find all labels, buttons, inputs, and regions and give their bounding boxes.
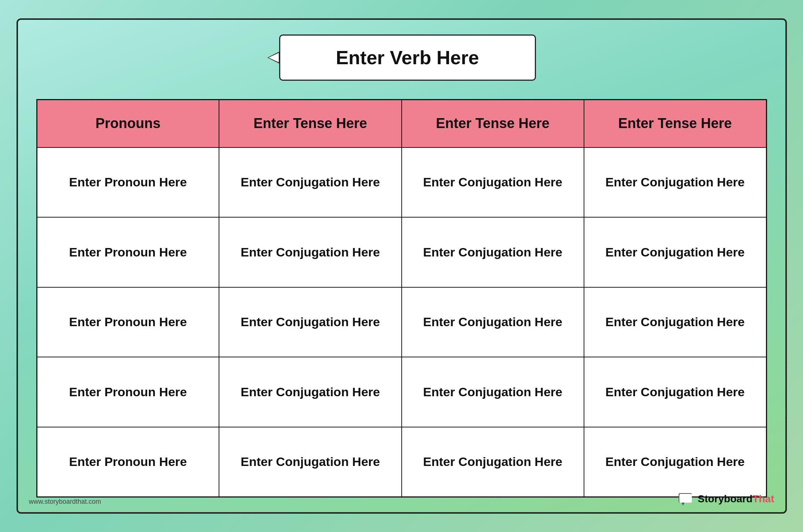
brand-text: StoryboardThat: [698, 493, 774, 505]
table-row[interactable]: Enter Pronoun HereEnter Conjugation Here…: [37, 427, 766, 497]
row-3-conj3[interactable]: Enter Conjugation Here: [584, 357, 766, 427]
speech-tail-inner: [269, 53, 279, 62]
svg-marker-2: [682, 503, 685, 506]
row-4-pronoun[interactable]: Enter Pronoun Here: [37, 427, 219, 497]
row-1-conj3[interactable]: Enter Conjugation Here: [584, 217, 766, 287]
conjugation-table: Pronouns Enter Tense Here Enter Tense He…: [36, 99, 767, 498]
page-container: Enter Verb Here Pronouns Enter Tense Her…: [17, 18, 787, 514]
brand-name-storyboard: Storyboard: [698, 493, 752, 504]
row-3-pronoun[interactable]: Enter Pronoun Here: [37, 357, 219, 427]
row-0-pronoun[interactable]: Enter Pronoun Here: [37, 147, 219, 218]
row-2-conj1[interactable]: Enter Conjugation Here: [219, 287, 401, 357]
verb-box-container: Enter Verb Here: [267, 34, 536, 81]
table-row[interactable]: Enter Pronoun HereEnter Conjugation Here…: [37, 287, 766, 357]
row-4-conj1[interactable]: Enter Conjugation Here: [219, 427, 401, 497]
row-4-conj2[interactable]: Enter Conjugation Here: [402, 427, 584, 497]
row-0-conj1[interactable]: Enter Conjugation Here: [219, 147, 401, 218]
speech-tail-wrapper: [267, 52, 279, 63]
verb-box[interactable]: Enter Verb Here: [279, 34, 536, 81]
header-tense-3: Enter Tense Here: [584, 100, 766, 147]
table-row[interactable]: Enter Pronoun HereEnter Conjugation Here…: [37, 357, 766, 427]
row-1-conj1[interactable]: Enter Conjugation Here: [219, 217, 401, 287]
row-0-conj3[interactable]: Enter Conjugation Here: [584, 147, 766, 218]
table-header-row: Pronouns Enter Tense Here Enter Tense He…: [37, 100, 766, 147]
table-row[interactable]: Enter Pronoun HereEnter Conjugation Here…: [37, 147, 766, 218]
row-2-conj2[interactable]: Enter Conjugation Here: [402, 287, 584, 357]
brand-container: StoryboardThat: [678, 492, 774, 506]
brand-name-that: That: [752, 493, 774, 504]
brand-icon: [678, 492, 694, 506]
header-tense-2: Enter Tense Here: [402, 100, 584, 147]
row-1-conj2[interactable]: Enter Conjugation Here: [402, 217, 584, 287]
row-4-conj3[interactable]: Enter Conjugation Here: [584, 427, 766, 497]
footer-website: www.storyboardthat.com: [29, 498, 101, 506]
header-tense-1: Enter Tense Here: [219, 100, 401, 147]
row-2-conj3[interactable]: Enter Conjugation Here: [584, 287, 766, 357]
svg-rect-1: [679, 494, 692, 503]
verb-title: Enter Verb Here: [336, 47, 479, 68]
table-row[interactable]: Enter Pronoun HereEnter Conjugation Here…: [37, 217, 766, 287]
row-2-pronoun[interactable]: Enter Pronoun Here: [37, 287, 219, 357]
row-1-pronoun[interactable]: Enter Pronoun Here: [37, 217, 219, 287]
row-3-conj2[interactable]: Enter Conjugation Here: [402, 357, 584, 427]
row-0-conj2[interactable]: Enter Conjugation Here: [402, 147, 584, 218]
row-3-conj1[interactable]: Enter Conjugation Here: [219, 357, 401, 427]
header-pronouns: Pronouns: [37, 100, 219, 147]
